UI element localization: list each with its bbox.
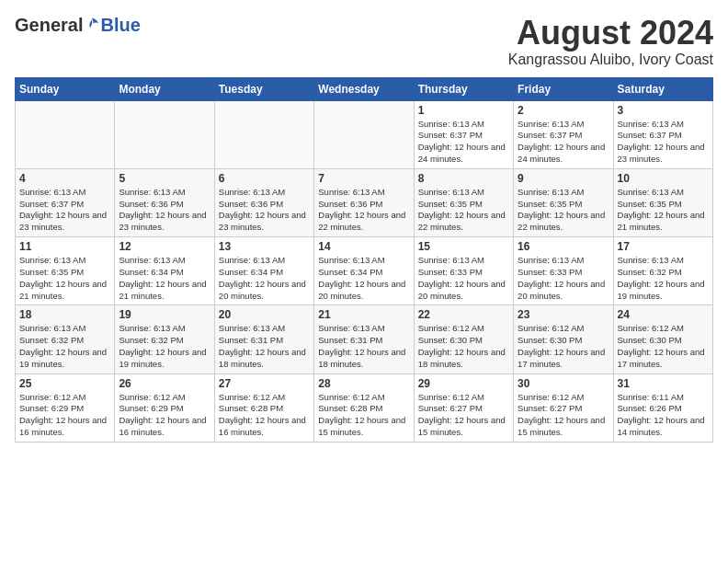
day-number: 10: [618, 172, 709, 185]
calendar-cell: 24Sunrise: 6:12 AM Sunset: 6:30 PM Dayli…: [613, 305, 712, 373]
calendar-cell: 8Sunrise: 6:13 AM Sunset: 6:35 PM Daylig…: [414, 168, 513, 236]
logo-general-text: General: [15, 15, 83, 36]
calendar-cell: 27Sunrise: 6:12 AM Sunset: 6:28 PM Dayli…: [214, 373, 313, 442]
title-block: August 2024 Kangrassou Aluibo, Ivory Coa…: [508, 15, 713, 68]
month-title: August 2024: [508, 15, 713, 52]
day-number: 15: [418, 240, 509, 253]
day-info: Sunrise: 6:12 AM Sunset: 6:28 PM Dayligh…: [318, 392, 409, 439]
day-number: 13: [219, 240, 310, 253]
day-info: Sunrise: 6:13 AM Sunset: 6:35 PM Dayligh…: [518, 187, 609, 234]
day-number: 31: [618, 377, 709, 390]
day-number: 29: [418, 377, 509, 390]
calendar-cell: 9Sunrise: 6:13 AM Sunset: 6:35 PM Daylig…: [514, 168, 613, 236]
calendar-week-row: 4Sunrise: 6:13 AM Sunset: 6:37 PM Daylig…: [16, 168, 713, 236]
day-number: 4: [19, 172, 110, 185]
calendar-cell: [214, 100, 313, 168]
day-info: Sunrise: 6:13 AM Sunset: 6:34 PM Dayligh…: [119, 255, 210, 302]
day-info: Sunrise: 6:13 AM Sunset: 6:32 PM Dayligh…: [618, 255, 709, 302]
day-number: 17: [618, 240, 709, 253]
weekday-header-monday: Monday: [115, 77, 214, 100]
day-info: Sunrise: 6:13 AM Sunset: 6:35 PM Dayligh…: [618, 187, 709, 234]
day-number: 27: [219, 377, 310, 390]
day-info: Sunrise: 6:13 AM Sunset: 6:34 PM Dayligh…: [318, 255, 409, 302]
day-info: Sunrise: 6:13 AM Sunset: 6:37 PM Dayligh…: [618, 119, 709, 166]
day-info: Sunrise: 6:12 AM Sunset: 6:28 PM Dayligh…: [219, 392, 310, 439]
calendar-cell: 14Sunrise: 6:13 AM Sunset: 6:34 PM Dayli…: [314, 237, 414, 305]
location-title: Kangrassou Aluibo, Ivory Coast: [508, 52, 713, 68]
day-info: Sunrise: 6:12 AM Sunset: 6:30 PM Dayligh…: [418, 323, 509, 370]
calendar-cell: 28Sunrise: 6:12 AM Sunset: 6:28 PM Dayli…: [314, 373, 414, 442]
day-number: 23: [518, 308, 609, 321]
weekday-header-sunday: Sunday: [16, 77, 115, 100]
logo-bird-icon: [84, 17, 100, 33]
day-info: Sunrise: 6:12 AM Sunset: 6:29 PM Dayligh…: [19, 392, 110, 439]
day-number: 26: [119, 377, 210, 390]
calendar-cell: 12Sunrise: 6:13 AM Sunset: 6:34 PM Dayli…: [115, 237, 214, 305]
day-number: 8: [418, 172, 509, 185]
day-info: Sunrise: 6:13 AM Sunset: 6:36 PM Dayligh…: [119, 187, 210, 234]
calendar-cell: 25Sunrise: 6:12 AM Sunset: 6:29 PM Dayli…: [16, 373, 115, 442]
day-info: Sunrise: 6:13 AM Sunset: 6:34 PM Dayligh…: [219, 255, 310, 302]
day-number: 28: [318, 377, 409, 390]
day-info: Sunrise: 6:13 AM Sunset: 6:33 PM Dayligh…: [518, 255, 609, 302]
day-number: 21: [318, 308, 409, 321]
day-number: 12: [119, 240, 210, 253]
calendar-cell: 7Sunrise: 6:13 AM Sunset: 6:36 PM Daylig…: [314, 168, 414, 236]
weekday-header-saturday: Saturday: [613, 77, 712, 100]
day-info: Sunrise: 6:13 AM Sunset: 6:31 PM Dayligh…: [318, 323, 409, 370]
calendar-cell: 4Sunrise: 6:13 AM Sunset: 6:37 PM Daylig…: [16, 168, 115, 236]
calendar-cell: 16Sunrise: 6:13 AM Sunset: 6:33 PM Dayli…: [514, 237, 613, 305]
day-info: Sunrise: 6:11 AM Sunset: 6:26 PM Dayligh…: [618, 392, 709, 439]
weekday-header-row: SundayMondayTuesdayWednesdayThursdayFrid…: [16, 77, 713, 100]
day-info: Sunrise: 6:12 AM Sunset: 6:30 PM Dayligh…: [618, 323, 709, 370]
day-number: 16: [518, 240, 609, 253]
calendar-cell: 30Sunrise: 6:12 AM Sunset: 6:27 PM Dayli…: [514, 373, 613, 442]
calendar-cell: 15Sunrise: 6:13 AM Sunset: 6:33 PM Dayli…: [414, 237, 513, 305]
calendar-cell: 29Sunrise: 6:12 AM Sunset: 6:27 PM Dayli…: [414, 373, 513, 442]
day-info: Sunrise: 6:13 AM Sunset: 6:37 PM Dayligh…: [19, 187, 110, 234]
calendar-cell: 22Sunrise: 6:12 AM Sunset: 6:30 PM Dayli…: [414, 305, 513, 373]
weekday-header-wednesday: Wednesday: [314, 77, 414, 100]
day-info: Sunrise: 6:13 AM Sunset: 6:33 PM Dayligh…: [418, 255, 509, 302]
calendar-week-row: 25Sunrise: 6:12 AM Sunset: 6:29 PM Dayli…: [16, 373, 713, 442]
calendar-cell: 23Sunrise: 6:12 AM Sunset: 6:30 PM Dayli…: [514, 305, 613, 373]
logo: General Blue: [15, 15, 141, 36]
day-info: Sunrise: 6:13 AM Sunset: 6:36 PM Dayligh…: [219, 187, 310, 234]
day-number: 19: [119, 308, 210, 321]
day-number: 30: [518, 377, 609, 390]
day-number: 3: [618, 104, 709, 117]
day-info: Sunrise: 6:12 AM Sunset: 6:27 PM Dayligh…: [418, 392, 509, 439]
calendar-cell: 2Sunrise: 6:13 AM Sunset: 6:37 PM Daylig…: [514, 100, 613, 168]
calendar-cell: [16, 100, 115, 168]
day-number: 25: [19, 377, 110, 390]
calendar-cell: 6Sunrise: 6:13 AM Sunset: 6:36 PM Daylig…: [214, 168, 313, 236]
day-number: 20: [219, 308, 310, 321]
calendar-table: SundayMondayTuesdayWednesdayThursdayFrid…: [15, 77, 713, 442]
day-number: 6: [219, 172, 310, 185]
day-info: Sunrise: 6:12 AM Sunset: 6:30 PM Dayligh…: [518, 323, 609, 370]
calendar-cell: 18Sunrise: 6:13 AM Sunset: 6:32 PM Dayli…: [16, 305, 115, 373]
weekday-header-friday: Friday: [514, 77, 613, 100]
page-header: General Blue August 2024 Kangrassou Alui…: [15, 15, 713, 68]
day-info: Sunrise: 6:13 AM Sunset: 6:37 PM Dayligh…: [418, 119, 509, 166]
day-info: Sunrise: 6:13 AM Sunset: 6:32 PM Dayligh…: [119, 323, 210, 370]
day-info: Sunrise: 6:13 AM Sunset: 6:35 PM Dayligh…: [19, 255, 110, 302]
calendar-cell: 31Sunrise: 6:11 AM Sunset: 6:26 PM Dayli…: [613, 373, 712, 442]
calendar-week-row: 11Sunrise: 6:13 AM Sunset: 6:35 PM Dayli…: [16, 237, 713, 305]
calendar-cell: 11Sunrise: 6:13 AM Sunset: 6:35 PM Dayli…: [16, 237, 115, 305]
day-info: Sunrise: 6:12 AM Sunset: 6:29 PM Dayligh…: [119, 392, 210, 439]
day-info: Sunrise: 6:13 AM Sunset: 6:37 PM Dayligh…: [518, 119, 609, 166]
day-number: 7: [318, 172, 409, 185]
day-number: 2: [518, 104, 609, 117]
day-info: Sunrise: 6:13 AM Sunset: 6:36 PM Dayligh…: [318, 187, 409, 234]
day-number: 9: [518, 172, 609, 185]
calendar-cell: 5Sunrise: 6:13 AM Sunset: 6:36 PM Daylig…: [115, 168, 214, 236]
calendar-cell: 13Sunrise: 6:13 AM Sunset: 6:34 PM Dayli…: [214, 237, 313, 305]
calendar-cell: 3Sunrise: 6:13 AM Sunset: 6:37 PM Daylig…: [613, 100, 712, 168]
calendar-cell: [115, 100, 214, 168]
calendar-cell: [314, 100, 414, 168]
day-info: Sunrise: 6:13 AM Sunset: 6:32 PM Dayligh…: [19, 323, 110, 370]
calendar-week-row: 18Sunrise: 6:13 AM Sunset: 6:32 PM Dayli…: [16, 305, 713, 373]
logo-blue-text: Blue: [100, 15, 140, 36]
day-number: 22: [418, 308, 509, 321]
